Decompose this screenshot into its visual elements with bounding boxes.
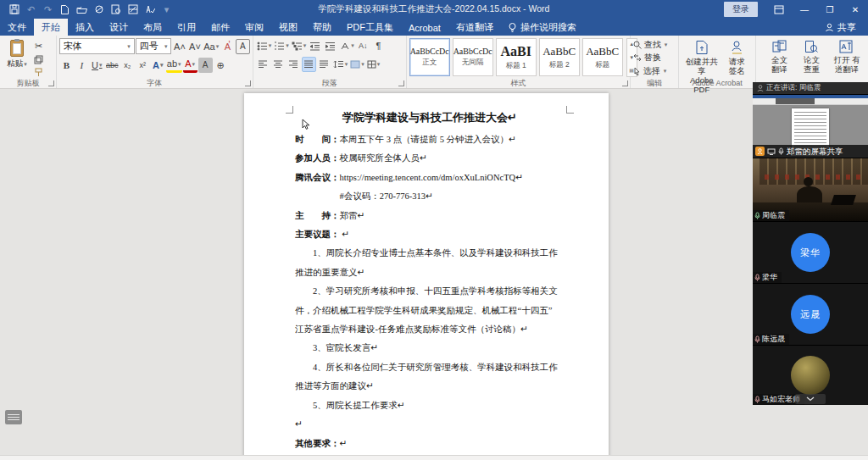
minimize-button[interactable]: — <box>792 0 817 19</box>
bullets-button[interactable]: ▾ <box>256 38 273 53</box>
tab-pdf-tools[interactable]: PDF工具集 <box>339 19 401 36</box>
superscript-button[interactable]: x² <box>136 58 150 73</box>
screen-share-tile[interactable]: 郑雷的屏幕共享 <box>753 95 868 158</box>
doc-paragraph: #会议码：270-776-313↵ <box>295 187 565 206</box>
shrink-font-button[interactable]: A˅ <box>187 39 202 54</box>
doc-magnifier-icon <box>804 40 818 53</box>
edit-table-icon[interactable] <box>127 4 138 15</box>
open-youdao-button[interactable]: 打开 有道翻译 <box>828 38 865 75</box>
align-left-button[interactable] <box>256 57 270 72</box>
align-center-button[interactable] <box>271 57 286 72</box>
full-translate-button[interactable]: 全文 翻译 <box>764 38 795 75</box>
tab-mailings[interactable]: 邮件 <box>203 19 237 36</box>
phonetic-guide-button[interactable]: A̕ <box>220 39 235 54</box>
font-dialog-launcher[interactable] <box>245 80 251 86</box>
numbering-button[interactable]: ▾ <box>273 38 290 53</box>
bold-button[interactable]: B <box>59 58 74 73</box>
open-icon[interactable] <box>76 4 87 15</box>
participant-tile-video[interactable]: 周临震 <box>753 158 868 221</box>
format-painter-button[interactable] <box>31 67 46 77</box>
cut-button[interactable]: ✂ <box>31 41 46 52</box>
sort-button[interactable]: A↓ <box>356 38 370 53</box>
distribute-button[interactable] <box>317 57 331 72</box>
tab-file[interactable]: 文件 <box>0 19 34 36</box>
draw-icon[interactable] <box>93 4 104 15</box>
decrease-indent-button[interactable] <box>308 38 322 53</box>
participant-tile-avatar[interactable]: 远晟 陈远晟 <box>753 284 868 345</box>
request-signature-button[interactable]: 请求 签名 <box>722 38 751 77</box>
close-button[interactable]: ✕ <box>843 0 868 19</box>
grow-font-button[interactable]: A˄ <box>172 39 186 54</box>
tab-review[interactable]: 审阅 <box>237 19 271 36</box>
shading-button[interactable]: ▾ <box>349 57 365 72</box>
find-button[interactable]: 查找▾ <box>633 39 676 51</box>
character-border-button[interactable]: A <box>236 39 250 54</box>
qat-more-icon[interactable]: ▾ <box>161 4 172 15</box>
tab-references[interactable]: 引用 <box>170 19 203 36</box>
style-normal[interactable]: AaBbCcDc正文 <box>409 38 450 76</box>
group-label-editing: 编辑 <box>631 78 679 88</box>
borders-button[interactable]: ▾ <box>366 57 381 72</box>
font-name-combo[interactable]: 宋体▾ <box>59 38 135 54</box>
change-case-button[interactable]: Aa▾ <box>203 39 219 54</box>
show-hide-marks-button[interactable]: ¶ <box>371 38 386 53</box>
strikethrough-button[interactable]: abc <box>105 58 120 73</box>
share-person-icon <box>825 23 834 32</box>
tab-acrobat[interactable]: Acrobat <box>401 19 448 36</box>
tab-insert[interactable]: 插入 <box>68 19 102 36</box>
paper-check-button[interactable]: 论文 查重 <box>796 38 827 75</box>
collapse-panel-button[interactable] <box>795 394 826 404</box>
line-spacing-button[interactable]: ▾ <box>332 57 349 72</box>
save-icon[interactable] <box>8 4 19 15</box>
spell-check-icon[interactable] <box>144 4 155 15</box>
select-button[interactable]: 选择▾ <box>633 65 676 77</box>
group-label-acrobat: Adobe Acrobat <box>679 78 755 88</box>
clipboard-dialog-launcher[interactable] <box>48 80 54 86</box>
new-document-icon[interactable] <box>59 4 70 15</box>
text-effects-button[interactable]: A▾ <box>151 58 165 73</box>
highlight-color-button[interactable]: ab▾ <box>166 58 182 73</box>
document-page[interactable]: 学院学科建设与科技工作推进大会↵ 时 间：本周五下午 3 点（请提前 5 分钟进… <box>244 93 609 460</box>
style-heading2[interactable]: AaBbC标题 2 <box>539 38 580 76</box>
undo-icon[interactable]: ↶ <box>25 4 36 15</box>
increase-indent-button[interactable] <box>323 38 337 53</box>
italic-button[interactable]: I <box>75 58 89 73</box>
copy-button[interactable] <box>31 54 46 64</box>
print-preview-icon[interactable] <box>110 4 121 15</box>
ribbon-display-options-icon[interactable] <box>766 0 792 19</box>
style-heading1[interactable]: AaBI标题 1 <box>496 38 537 76</box>
styles-dialog-launcher[interactable] <box>622 80 628 86</box>
font-size-combo[interactable]: 四号▾ <box>136 38 172 54</box>
tab-layout[interactable]: 布局 <box>136 19 170 36</box>
style-title[interactable]: AaBbC标题 <box>582 38 623 76</box>
subscript-button[interactable]: x₂ <box>120 58 135 73</box>
tell-me-search[interactable]: 操作说明搜索 <box>501 19 583 36</box>
replace-button[interactable]: 替换 <box>633 52 676 64</box>
asian-layout-button[interactable]: ▾ <box>338 38 355 53</box>
tab-design[interactable]: 设计 <box>102 19 136 36</box>
enclose-characters-button[interactable]: ⊕ <box>214 58 228 73</box>
tab-view[interactable]: 视图 <box>271 19 305 36</box>
tab-youdao[interactable]: 有道翻译 <box>448 19 501 36</box>
style-no-spacing[interactable]: AaBbCcDc无间隔 <box>453 38 493 76</box>
floating-tool-widget[interactable] <box>5 410 22 424</box>
font-color-button[interactable]: A▾ <box>183 58 198 73</box>
paste-button[interactable]: 粘贴▾ <box>3 38 31 77</box>
restore-button[interactable]: ❐ <box>817 0 843 19</box>
signin-button[interactable]: 登录 <box>724 2 758 17</box>
paragraph-dialog-launcher[interactable] <box>398 80 404 86</box>
tab-help[interactable]: 帮助 <box>305 19 339 36</box>
share-button[interactable]: 共享 <box>813 19 868 36</box>
character-shading-button[interactable]: A <box>198 58 213 73</box>
mic-icon <box>754 396 760 403</box>
doc-paragraph: 推进等方面的建议↵ <box>295 377 565 396</box>
underline-button[interactable]: U▾ <box>90 58 104 73</box>
redo-icon[interactable]: ↷ <box>42 4 53 15</box>
align-right-button[interactable] <box>287 57 301 72</box>
participant-tile-photo[interactable]: 马如宏老师 <box>753 346 868 405</box>
doc-paragraph: 主 持：郑雷↵ <box>295 207 565 225</box>
multilevel-list-button[interactable]: ▾ <box>291 38 308 53</box>
participant-tile-avatar[interactable]: 梁华 梁华 <box>753 222 868 283</box>
justify-button[interactable] <box>302 57 316 72</box>
tab-home[interactable]: 开始 <box>34 19 68 36</box>
